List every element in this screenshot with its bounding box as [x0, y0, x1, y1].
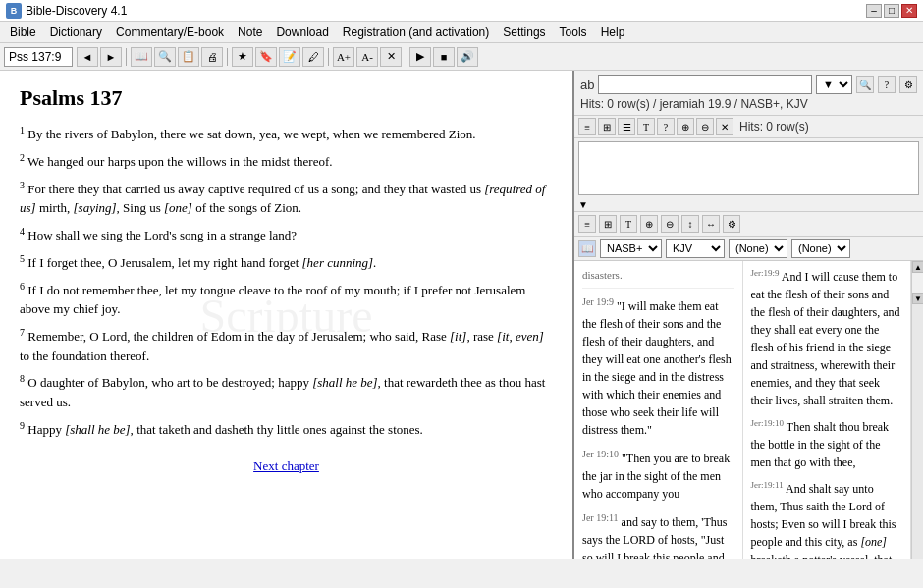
menu-help[interactable]: Help: [595, 24, 631, 41]
search-tb-btn2[interactable]: ⊞: [598, 118, 616, 135]
parallel-scrollbar[interactable]: ▲ ▼: [911, 261, 923, 559]
version-dropdown-nasb[interactable]: NASB+: [600, 239, 662, 258]
verse-text-3b: mirth,: [39, 200, 74, 215]
search-options-btn[interactable]: ⚙: [899, 76, 917, 93]
toolbar-btn-print[interactable]: 🖨: [201, 47, 223, 67]
sep3: [328, 48, 329, 66]
toolbar-btn-note[interactable]: 📝: [279, 47, 300, 67]
version-dropdown-none1[interactable]: (None): [729, 239, 787, 258]
search-go-btn[interactable]: 🔍: [856, 76, 874, 93]
kjv-verse-2: Jer:19:10 Then shalt thou break the bott…: [751, 417, 903, 471]
toolbar-btn-bookmark[interactable]: 🔖: [255, 47, 277, 67]
parallel-tb-btn8[interactable]: ⚙: [723, 215, 740, 233]
search-tb-btn3[interactable]: ☰: [618, 118, 635, 135]
search-results-area: [578, 141, 919, 195]
next-chapter-link[interactable]: Next chapter: [20, 458, 553, 474]
nasb-ref-1: Jer 19:9: [582, 296, 614, 307]
verse-num-6: 6: [20, 281, 25, 292]
verse-text-8b: [shall he be],: [312, 376, 381, 391]
maximize-button[interactable]: □: [884, 4, 899, 18]
search-tb-btn6[interactable]: ⊕: [677, 118, 694, 135]
toolbar-btn-audio-stop[interactable]: ■: [433, 47, 455, 67]
verse-num-5: 5: [20, 253, 25, 264]
toolbar-btn-book[interactable]: 📖: [131, 47, 152, 67]
verse-3: 3 For there they that carried us away ca…: [20, 178, 553, 218]
verse-2: 2 We hanged our harps upon the willows i…: [20, 150, 553, 172]
menu-dictionary[interactable]: Dictionary: [44, 24, 108, 41]
verse-text-7a: Remember, O Lord, the children of Edom i…: [27, 329, 450, 344]
search-tb-btn4[interactable]: T: [637, 118, 655, 135]
parallel-toolbar: ≡ ⊞ T ⊕ ⊖ ↕ ↔ ⚙: [574, 212, 923, 237]
parallel-tb-btn1[interactable]: ≡: [578, 215, 596, 233]
minimize-button[interactable]: –: [866, 4, 882, 18]
title-bar: B Bible-Discovery 4.1 – □ ✕: [0, 0, 923, 22]
nasb-verse-3: Jer 19:11 and say to them, 'Thus says th…: [582, 510, 734, 560]
parallel-tb-btn6[interactable]: ↕: [681, 215, 699, 233]
search-help-btn[interactable]: ?: [878, 76, 896, 93]
toolbar-btn-audio-play[interactable]: ▶: [409, 47, 431, 67]
hits-label: Hits: 0 row(s) / jeramiah 19.9 / NASB+, …: [580, 97, 808, 111]
verse-num-7: 7: [20, 327, 25, 338]
search-input[interactable]: [598, 75, 812, 94]
verse-text-7e: to the foundation thereof.: [20, 348, 149, 363]
kjv-verse-1: Jer:19:9 And I will cause them to eat th…: [751, 267, 903, 409]
parallel-tb-btn4[interactable]: ⊕: [640, 215, 658, 233]
nasb-ref-3: Jer 19:11: [582, 512, 619, 523]
search-row-2: Hits: 0 row(s) / jeramiah 19.9 / NASB+, …: [580, 97, 917, 111]
verse-reference-input[interactable]: [4, 47, 73, 67]
verse-num-1: 1: [20, 125, 25, 135]
search-toolbar: ≡ ⊞ ☰ T ? ⊕ ⊖ ✕ Hits: 0 row(s): [574, 116, 923, 138]
verse-text-4: How shall we sing the Lord's song in a s…: [27, 228, 297, 242]
toolbar-btn-highlight[interactable]: 🖊: [302, 47, 324, 67]
toolbar-btn-search[interactable]: 🔍: [154, 47, 176, 67]
toolbar-btn-zoom-in[interactable]: A+: [333, 47, 354, 67]
verse-text-3a: For there they that carried us away capt…: [27, 182, 484, 196]
verse-num-9: 9: [20, 420, 25, 431]
app-icon: B: [6, 3, 22, 19]
search-tb-btn8[interactable]: ✕: [716, 118, 733, 135]
search-section: ab ▼ 🔍 ? ⚙ Hits: 0 row(s) / jeramiah 19.…: [574, 71, 923, 116]
toolbar-btn-star[interactable]: ★: [232, 47, 253, 67]
verse-text-5b: [her cunning].: [302, 255, 377, 270]
version-dropdown-kjv[interactable]: KJV: [666, 239, 725, 258]
toolbar-btn-zoom-out[interactable]: A-: [356, 47, 378, 67]
menu-note[interactable]: Note: [232, 24, 268, 41]
nasb-verse-2: Jer 19:10 "Then you are to break the jar…: [582, 447, 734, 503]
app-title: Bible-Discovery 4.1: [26, 4, 127, 18]
close-button[interactable]: ✕: [901, 4, 917, 18]
verse-text-9b: [shall he be],: [65, 422, 134, 437]
toolbar-btn-back[interactable]: ◄: [77, 47, 98, 67]
toolbar-btn-forward[interactable]: ►: [100, 47, 122, 67]
scroll-up-btn[interactable]: ▲: [912, 261, 923, 273]
parallel-col-nasb: disasters. Jer 19:9 "I will make them ea…: [574, 261, 743, 559]
menu-download[interactable]: Download: [270, 24, 334, 41]
kjv-verse-3: Jer:19:11 And shalt say unto them, Thus …: [751, 479, 903, 559]
verse-text-7c: rase: [473, 329, 497, 344]
parallel-tb-btn3[interactable]: T: [620, 215, 637, 233]
menu-commentary[interactable]: Commentary/E-book: [110, 24, 230, 41]
scroll-down-btn[interactable]: ▼: [912, 293, 923, 304]
version-dropdown-none2[interactable]: (None): [791, 239, 850, 258]
toolbar-btn-x[interactable]: ✕: [380, 47, 402, 67]
search-mode-dropdown[interactable]: ▼: [816, 75, 852, 94]
parallel-tb-btn5[interactable]: ⊖: [661, 215, 679, 233]
search-tb-btn5[interactable]: ?: [657, 118, 675, 135]
kjv-ref-3: Jer:19:11: [751, 480, 784, 490]
title-controls[interactable]: – □ ✕: [866, 4, 917, 18]
menu-tools[interactable]: Tools: [554, 24, 593, 41]
menu-settings[interactable]: Settings: [497, 24, 551, 41]
toolbar-btn-copy[interactable]: 📋: [178, 47, 199, 67]
collapse-arrow[interactable]: ▼: [574, 198, 923, 212]
kjv-ref-2: Jer:19:10: [751, 418, 785, 428]
parallel-tb-btn2[interactable]: ⊞: [599, 215, 617, 233]
parallel-tb-btn7[interactable]: ↔: [702, 215, 720, 233]
search-tb-btn1[interactable]: ≡: [578, 118, 596, 135]
verse-text-9c: that taketh and dasheth thy little ones …: [136, 422, 423, 437]
menu-registration[interactable]: Registration (and activation): [337, 24, 495, 41]
search-tb-btn7[interactable]: ⊖: [696, 118, 714, 135]
hits-small-label: Hits: 0 row(s): [739, 120, 809, 134]
nasb-label: disasters.: [582, 267, 734, 289]
nasb-text-1: "I will make them eat the flesh of their…: [582, 299, 732, 437]
menu-bible[interactable]: Bible: [4, 24, 42, 41]
toolbar-btn-speaker[interactable]: 🔊: [457, 47, 478, 67]
